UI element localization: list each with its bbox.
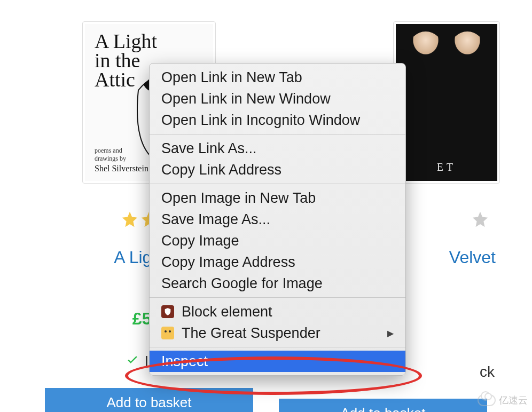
ctx-label: Open Image in New Tab (161, 190, 316, 207)
ctx-label: Search Google for Image (161, 275, 323, 292)
ctx-label: Save Link As... (161, 140, 257, 157)
submenu-arrow-icon: ▶ (387, 328, 394, 338)
add-to-basket-button[interactable]: Add to basket (45, 388, 253, 412)
star-rating (471, 210, 489, 228)
ctx-separator (150, 297, 405, 298)
ctx-label: Save Image As... (161, 211, 270, 228)
ctx-label: Copy Image (161, 233, 239, 249)
star-icon (471, 210, 489, 228)
product-title-link[interactable]: Velvet (449, 248, 496, 267)
cover-illustration (396, 31, 497, 89)
suspender-icon (161, 327, 174, 339)
ctx-copy-image[interactable]: Copy Image (150, 230, 405, 251)
watermark: 亿速云 (478, 394, 528, 407)
ctx-label: Copy Link Address (161, 162, 281, 178)
watermark-text: 亿速云 (499, 394, 528, 407)
ctx-open-link-new-window[interactable]: Open Link in New Window (150, 88, 405, 109)
ctx-open-link-incognito[interactable]: Open Link in Incognito Window (150, 109, 405, 131)
ublock-icon (161, 305, 174, 318)
ctx-open-link-new-tab[interactable]: Open Link in New Tab (150, 67, 405, 88)
cover-title-line: A Light (95, 31, 206, 51)
ctx-label: Copy Image Address (161, 254, 295, 271)
ctx-inspect[interactable]: Inspect (150, 351, 405, 372)
stock-text: ck (480, 363, 495, 381)
check-icon (126, 352, 139, 370)
ctx-save-link-as[interactable]: Save Link As... (150, 138, 405, 159)
ctx-great-suspender[interactable]: The Great Suspender ▶ (150, 322, 405, 344)
book-cover-image[interactable]: ET (396, 24, 497, 181)
context-menu: Open Link in New Tab Open Link in New Wi… (149, 63, 406, 376)
ctx-copy-image-address[interactable]: Copy Image Address (150, 251, 405, 273)
ctx-label: The Great Suspender (182, 325, 320, 342)
stock-status: ck (480, 363, 495, 381)
star-icon (121, 210, 139, 228)
ctx-label: Inspect (161, 353, 208, 370)
ctx-label: Open Link in New Window (161, 91, 331, 107)
book-cover-frame[interactable]: ET (393, 21, 500, 184)
ctx-search-google-image[interactable]: Search Google for Image (150, 273, 405, 294)
add-to-basket-button[interactable]: Add to basket (279, 399, 487, 412)
cover-bottom-text: ET (396, 161, 497, 173)
ctx-label: Block element (182, 304, 272, 320)
ctx-separator (150, 184, 405, 184)
ctx-open-image-new-tab[interactable]: Open Image in New Tab (150, 187, 405, 209)
ctx-label: Open Link in New Tab (161, 69, 302, 86)
ctx-separator (150, 347, 405, 347)
ctx-label: Open Link in Incognito Window (161, 112, 360, 129)
ctx-save-image-as[interactable]: Save Image As... (150, 209, 405, 230)
cloud-icon (478, 394, 496, 406)
ctx-separator (150, 134, 405, 134)
ctx-block-element[interactable]: Block element (150, 301, 405, 322)
ctx-copy-link-address[interactable]: Copy Link Address (150, 159, 405, 180)
